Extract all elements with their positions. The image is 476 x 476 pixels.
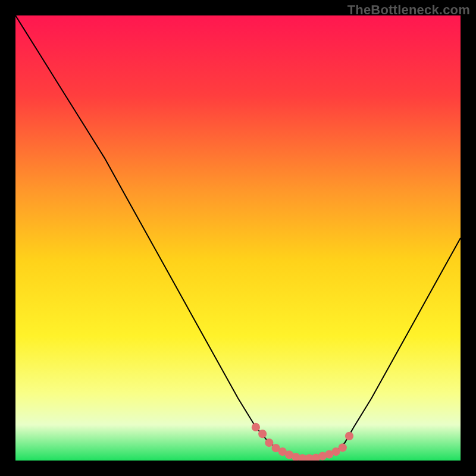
highlight-dot bbox=[265, 439, 273, 447]
chart-frame: TheBottleneck.com bbox=[0, 0, 476, 476]
chart-svg bbox=[15, 15, 461, 461]
plot-area bbox=[15, 15, 461, 461]
highlight-dot bbox=[345, 432, 353, 440]
highlight-dot bbox=[252, 423, 260, 431]
highlight-dot bbox=[258, 430, 267, 438]
highlight-dot bbox=[339, 443, 347, 452]
plot-background bbox=[15, 15, 461, 461]
watermark-text: TheBottleneck.com bbox=[347, 2, 470, 18]
